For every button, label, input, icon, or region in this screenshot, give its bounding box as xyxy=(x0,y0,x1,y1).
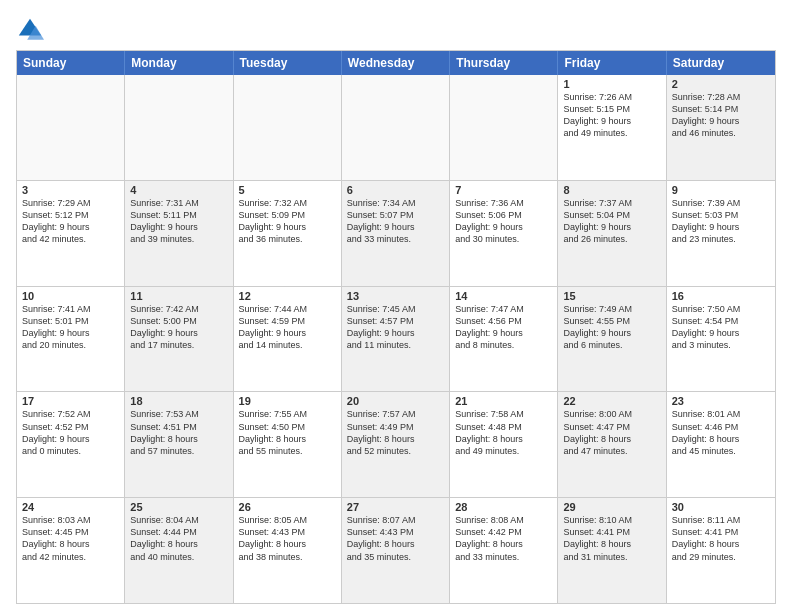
cell-details: Sunrise: 8:03 AM Sunset: 4:45 PM Dayligh… xyxy=(22,514,119,563)
day-number: 23 xyxy=(672,395,770,407)
cell-details: Sunrise: 7:34 AM Sunset: 5:07 PM Dayligh… xyxy=(347,197,444,246)
cell-details: Sunrise: 7:57 AM Sunset: 4:49 PM Dayligh… xyxy=(347,408,444,457)
day-number: 13 xyxy=(347,290,444,302)
cell-details: Sunrise: 7:28 AM Sunset: 5:14 PM Dayligh… xyxy=(672,91,770,140)
calendar-cell: 29Sunrise: 8:10 AM Sunset: 4:41 PM Dayli… xyxy=(558,498,666,603)
cell-details: Sunrise: 7:29 AM Sunset: 5:12 PM Dayligh… xyxy=(22,197,119,246)
calendar-cell: 27Sunrise: 8:07 AM Sunset: 4:43 PM Dayli… xyxy=(342,498,450,603)
day-number: 7 xyxy=(455,184,552,196)
calendar-row: 24Sunrise: 8:03 AM Sunset: 4:45 PM Dayli… xyxy=(17,497,775,603)
calendar-body: 1Sunrise: 7:26 AM Sunset: 5:15 PM Daylig… xyxy=(17,75,775,603)
cell-details: Sunrise: 7:41 AM Sunset: 5:01 PM Dayligh… xyxy=(22,303,119,352)
calendar-cell: 10Sunrise: 7:41 AM Sunset: 5:01 PM Dayli… xyxy=(17,287,125,392)
cell-details: Sunrise: 8:04 AM Sunset: 4:44 PM Dayligh… xyxy=(130,514,227,563)
calendar-header-cell: Monday xyxy=(125,51,233,75)
cell-details: Sunrise: 7:53 AM Sunset: 4:51 PM Dayligh… xyxy=(130,408,227,457)
calendar-cell: 23Sunrise: 8:01 AM Sunset: 4:46 PM Dayli… xyxy=(667,392,775,497)
cell-details: Sunrise: 7:37 AM Sunset: 5:04 PM Dayligh… xyxy=(563,197,660,246)
day-number: 26 xyxy=(239,501,336,513)
calendar-cell xyxy=(234,75,342,180)
calendar-cell: 8Sunrise: 7:37 AM Sunset: 5:04 PM Daylig… xyxy=(558,181,666,286)
calendar-cell: 11Sunrise: 7:42 AM Sunset: 5:00 PM Dayli… xyxy=(125,287,233,392)
day-number: 27 xyxy=(347,501,444,513)
calendar-cell: 24Sunrise: 8:03 AM Sunset: 4:45 PM Dayli… xyxy=(17,498,125,603)
calendar-cell: 17Sunrise: 7:52 AM Sunset: 4:52 PM Dayli… xyxy=(17,392,125,497)
day-number: 20 xyxy=(347,395,444,407)
calendar-row: 1Sunrise: 7:26 AM Sunset: 5:15 PM Daylig… xyxy=(17,75,775,180)
calendar-cell: 22Sunrise: 8:00 AM Sunset: 4:47 PM Dayli… xyxy=(558,392,666,497)
calendar-row: 3Sunrise: 7:29 AM Sunset: 5:12 PM Daylig… xyxy=(17,180,775,286)
calendar-cell: 18Sunrise: 7:53 AM Sunset: 4:51 PM Dayli… xyxy=(125,392,233,497)
cell-details: Sunrise: 8:05 AM Sunset: 4:43 PM Dayligh… xyxy=(239,514,336,563)
calendar-cell xyxy=(450,75,558,180)
cell-details: Sunrise: 7:44 AM Sunset: 4:59 PM Dayligh… xyxy=(239,303,336,352)
day-number: 6 xyxy=(347,184,444,196)
day-number: 10 xyxy=(22,290,119,302)
calendar-cell: 9Sunrise: 7:39 AM Sunset: 5:03 PM Daylig… xyxy=(667,181,775,286)
calendar-cell: 15Sunrise: 7:49 AM Sunset: 4:55 PM Dayli… xyxy=(558,287,666,392)
cell-details: Sunrise: 8:07 AM Sunset: 4:43 PM Dayligh… xyxy=(347,514,444,563)
calendar-header-cell: Thursday xyxy=(450,51,558,75)
calendar: SundayMondayTuesdayWednesdayThursdayFrid… xyxy=(16,50,776,604)
calendar-header-cell: Wednesday xyxy=(342,51,450,75)
calendar-cell xyxy=(125,75,233,180)
calendar-row: 10Sunrise: 7:41 AM Sunset: 5:01 PM Dayli… xyxy=(17,286,775,392)
cell-details: Sunrise: 7:52 AM Sunset: 4:52 PM Dayligh… xyxy=(22,408,119,457)
calendar-cell xyxy=(342,75,450,180)
day-number: 3 xyxy=(22,184,119,196)
calendar-cell: 2Sunrise: 7:28 AM Sunset: 5:14 PM Daylig… xyxy=(667,75,775,180)
calendar-cell: 13Sunrise: 7:45 AM Sunset: 4:57 PM Dayli… xyxy=(342,287,450,392)
cell-details: Sunrise: 7:32 AM Sunset: 5:09 PM Dayligh… xyxy=(239,197,336,246)
cell-details: Sunrise: 8:00 AM Sunset: 4:47 PM Dayligh… xyxy=(563,408,660,457)
day-number: 16 xyxy=(672,290,770,302)
calendar-cell: 19Sunrise: 7:55 AM Sunset: 4:50 PM Dayli… xyxy=(234,392,342,497)
day-number: 11 xyxy=(130,290,227,302)
cell-details: Sunrise: 8:11 AM Sunset: 4:41 PM Dayligh… xyxy=(672,514,770,563)
calendar-header-cell: Saturday xyxy=(667,51,775,75)
cell-details: Sunrise: 7:42 AM Sunset: 5:00 PM Dayligh… xyxy=(130,303,227,352)
calendar-cell xyxy=(17,75,125,180)
cell-details: Sunrise: 7:49 AM Sunset: 4:55 PM Dayligh… xyxy=(563,303,660,352)
day-number: 14 xyxy=(455,290,552,302)
cell-details: Sunrise: 7:55 AM Sunset: 4:50 PM Dayligh… xyxy=(239,408,336,457)
calendar-cell: 4Sunrise: 7:31 AM Sunset: 5:11 PM Daylig… xyxy=(125,181,233,286)
calendar-header-cell: Tuesday xyxy=(234,51,342,75)
day-number: 9 xyxy=(672,184,770,196)
cell-details: Sunrise: 8:08 AM Sunset: 4:42 PM Dayligh… xyxy=(455,514,552,563)
day-number: 1 xyxy=(563,78,660,90)
day-number: 21 xyxy=(455,395,552,407)
calendar-cell: 7Sunrise: 7:36 AM Sunset: 5:06 PM Daylig… xyxy=(450,181,558,286)
calendar-cell: 3Sunrise: 7:29 AM Sunset: 5:12 PM Daylig… xyxy=(17,181,125,286)
cell-details: Sunrise: 7:26 AM Sunset: 5:15 PM Dayligh… xyxy=(563,91,660,140)
header xyxy=(16,12,776,44)
day-number: 22 xyxy=(563,395,660,407)
calendar-row: 17Sunrise: 7:52 AM Sunset: 4:52 PM Dayli… xyxy=(17,391,775,497)
calendar-cell: 28Sunrise: 8:08 AM Sunset: 4:42 PM Dayli… xyxy=(450,498,558,603)
calendar-cell: 21Sunrise: 7:58 AM Sunset: 4:48 PM Dayli… xyxy=(450,392,558,497)
calendar-header-row: SundayMondayTuesdayWednesdayThursdayFrid… xyxy=(17,51,775,75)
logo-icon xyxy=(16,16,44,44)
logo xyxy=(16,16,46,44)
day-number: 29 xyxy=(563,501,660,513)
day-number: 18 xyxy=(130,395,227,407)
day-number: 8 xyxy=(563,184,660,196)
calendar-cell: 1Sunrise: 7:26 AM Sunset: 5:15 PM Daylig… xyxy=(558,75,666,180)
cell-details: Sunrise: 8:10 AM Sunset: 4:41 PM Dayligh… xyxy=(563,514,660,563)
calendar-cell: 25Sunrise: 8:04 AM Sunset: 4:44 PM Dayli… xyxy=(125,498,233,603)
cell-details: Sunrise: 7:47 AM Sunset: 4:56 PM Dayligh… xyxy=(455,303,552,352)
cell-details: Sunrise: 8:01 AM Sunset: 4:46 PM Dayligh… xyxy=(672,408,770,457)
day-number: 4 xyxy=(130,184,227,196)
day-number: 15 xyxy=(563,290,660,302)
day-number: 2 xyxy=(672,78,770,90)
day-number: 12 xyxy=(239,290,336,302)
day-number: 30 xyxy=(672,501,770,513)
cell-details: Sunrise: 7:58 AM Sunset: 4:48 PM Dayligh… xyxy=(455,408,552,457)
calendar-header-cell: Friday xyxy=(558,51,666,75)
calendar-cell: 12Sunrise: 7:44 AM Sunset: 4:59 PM Dayli… xyxy=(234,287,342,392)
day-number: 24 xyxy=(22,501,119,513)
cell-details: Sunrise: 7:39 AM Sunset: 5:03 PM Dayligh… xyxy=(672,197,770,246)
page: SundayMondayTuesdayWednesdayThursdayFrid… xyxy=(0,0,792,612)
calendar-cell: 6Sunrise: 7:34 AM Sunset: 5:07 PM Daylig… xyxy=(342,181,450,286)
cell-details: Sunrise: 7:36 AM Sunset: 5:06 PM Dayligh… xyxy=(455,197,552,246)
cell-details: Sunrise: 7:45 AM Sunset: 4:57 PM Dayligh… xyxy=(347,303,444,352)
